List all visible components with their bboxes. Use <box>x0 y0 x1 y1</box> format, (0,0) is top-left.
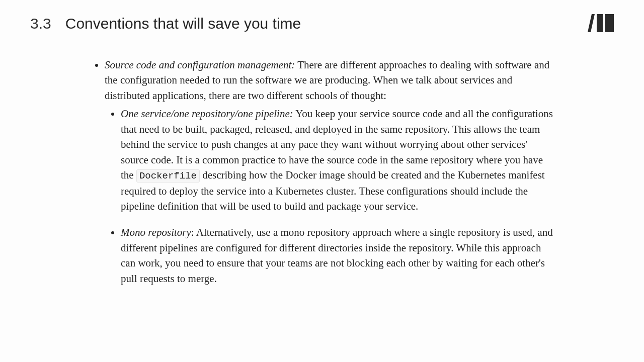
inline-code: Dockerfile <box>136 169 200 183</box>
publisher-logo-icon <box>588 14 614 32</box>
svg-rect-2 <box>605 14 614 32</box>
page-header: 3.3 Conventions that will save you time <box>30 15 614 32</box>
sub-bullet-list: One service/one repository/one pipeline:… <box>105 106 553 286</box>
svg-marker-0 <box>588 14 595 32</box>
section-number: 3.3 <box>30 15 51 32</box>
svg-rect-1 <box>597 14 603 32</box>
list-item: Mono repository: Alternatively, use a mo… <box>121 225 553 286</box>
section-title: Conventions that will save you time <box>65 15 301 32</box>
bullet-lead: One service/one repository/one pipeline: <box>121 108 293 120</box>
top-bullet-list: Source code and configuration management… <box>91 57 553 286</box>
bullet-lead: Mono repository <box>121 226 191 238</box>
list-item: Source code and configuration management… <box>105 57 553 286</box>
body-content: Source code and configuration management… <box>91 57 553 286</box>
list-item: One service/one repository/one pipeline:… <box>121 106 553 214</box>
document-page: 3.3 Conventions that will save you time … <box>0 0 644 362</box>
bullet-lead: Source code and configuration management… <box>105 59 295 71</box>
